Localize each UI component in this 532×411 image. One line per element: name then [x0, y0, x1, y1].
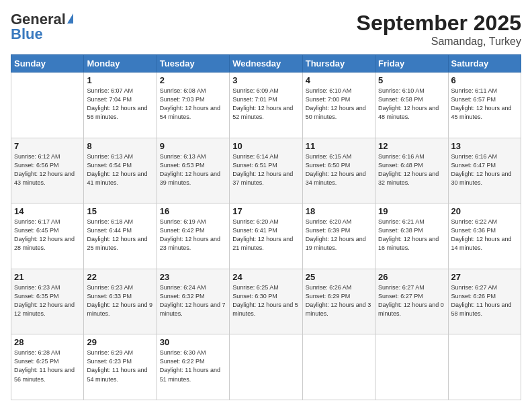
calendar-cell: [448, 334, 521, 400]
daylight-text: Daylight: 12 hours and 14 minutes.: [451, 236, 512, 251]
day-info: Sunrise: 6:27 AM Sunset: 6:27 PM Dayligh…: [378, 283, 445, 318]
calendar-cell: 7 Sunrise: 6:12 AM Sunset: 6:56 PM Dayli…: [11, 138, 84, 203]
sunrise-text: Sunrise: 6:27 AM: [378, 284, 425, 291]
sunset-text: Sunset: 6:42 PM: [160, 227, 205, 234]
day-info: Sunrise: 6:10 AM Sunset: 7:00 PM Dayligh…: [306, 87, 372, 122]
sunset-text: Sunset: 7:01 PM: [232, 96, 277, 103]
daylight-text: Daylight: 11 hours and 58 minutes.: [451, 302, 512, 317]
daylight-text: Daylight: 12 hours and 30 minutes.: [451, 171, 512, 186]
day-info: Sunrise: 6:19 AM Sunset: 6:42 PM Dayligh…: [160, 218, 226, 253]
day-number: 7: [14, 141, 81, 151]
day-number: 19: [378, 206, 445, 216]
day-info: Sunrise: 6:13 AM Sunset: 6:53 PM Dayligh…: [160, 152, 226, 187]
day-info: Sunrise: 6:12 AM Sunset: 6:56 PM Dayligh…: [14, 152, 81, 187]
sunrise-text: Sunrise: 6:13 AM: [87, 153, 133, 160]
day-number: 20: [451, 206, 518, 216]
sunset-text: Sunset: 6:27 PM: [378, 293, 423, 300]
daylight-text: Daylight: 12 hours and 48 minutes.: [378, 105, 439, 120]
sunrise-text: Sunrise: 6:24 AM: [160, 284, 206, 291]
sunrise-text: Sunrise: 6:09 AM: [232, 87, 279, 94]
day-info: Sunrise: 6:08 AM Sunset: 7:03 PM Dayligh…: [160, 87, 226, 122]
day-number: 26: [378, 272, 445, 282]
calendar-week-row: 1 Sunrise: 6:07 AM Sunset: 7:04 PM Dayli…: [11, 73, 521, 138]
calendar-cell: 24 Sunrise: 6:25 AM Sunset: 6:30 PM Dayl…: [230, 269, 302, 334]
sunrise-text: Sunrise: 6:18 AM: [87, 218, 133, 225]
day-info: Sunrise: 6:10 AM Sunset: 6:58 PM Dayligh…: [378, 87, 445, 122]
calendar-cell: 18 Sunrise: 6:20 AM Sunset: 6:39 PM Dayl…: [302, 203, 375, 269]
day-info: Sunrise: 6:26 AM Sunset: 6:29 PM Dayligh…: [306, 283, 372, 318]
day-number: 13: [451, 141, 518, 151]
sunset-text: Sunset: 6:33 PM: [87, 293, 132, 300]
sunset-text: Sunset: 6:51 PM: [232, 162, 277, 169]
day-number: 30: [160, 337, 226, 347]
daylight-text: Daylight: 12 hours and 50 minutes.: [306, 105, 366, 120]
day-info: Sunrise: 6:14 AM Sunset: 6:51 PM Dayligh…: [232, 152, 299, 187]
calendar-cell: 17 Sunrise: 6:20 AM Sunset: 6:41 PM Dayl…: [230, 203, 302, 269]
day-info: Sunrise: 6:25 AM Sunset: 6:30 PM Dayligh…: [232, 283, 299, 318]
calendar-cell: 19 Sunrise: 6:21 AM Sunset: 6:38 PM Dayl…: [375, 203, 448, 269]
calendar-cell: 14 Sunrise: 6:17 AM Sunset: 6:45 PM Dayl…: [11, 203, 84, 269]
daylight-text: Daylight: 11 hours and 54 minutes.: [87, 367, 147, 382]
calendar-page: General Blue September 2025 Samandag, Tu…: [0, 0, 532, 411]
sunset-text: Sunset: 6:25 PM: [14, 358, 59, 365]
sunset-text: Sunset: 6:35 PM: [14, 293, 59, 300]
header-friday: Friday: [375, 55, 448, 73]
daylight-text: Daylight: 12 hours and 16 minutes.: [378, 236, 439, 251]
day-number: 15: [87, 206, 153, 216]
calendar-cell: 15 Sunrise: 6:18 AM Sunset: 6:44 PM Dayl…: [84, 203, 157, 269]
day-info: Sunrise: 6:11 AM Sunset: 6:57 PM Dayligh…: [451, 87, 518, 122]
calendar-cell: [302, 334, 375, 400]
day-number: 1: [87, 75, 153, 85]
day-number: 22: [87, 272, 153, 282]
sunrise-text: Sunrise: 6:29 AM: [87, 349, 133, 356]
day-number: 4: [306, 75, 372, 85]
calendar-cell: 6 Sunrise: 6:11 AM Sunset: 6:57 PM Dayli…: [448, 73, 521, 138]
calendar-cell: 3 Sunrise: 6:09 AM Sunset: 7:01 PM Dayli…: [230, 73, 302, 138]
day-number: 12: [378, 141, 445, 151]
daylight-text: Daylight: 12 hours and 34 minutes.: [306, 171, 366, 186]
sunrise-text: Sunrise: 6:23 AM: [87, 284, 133, 291]
calendar-cell: [230, 334, 302, 400]
day-number: 21: [14, 272, 81, 282]
location-title: Samandag, Turkey: [357, 36, 521, 48]
day-number: 27: [451, 272, 518, 282]
day-number: 18: [306, 206, 372, 216]
day-info: Sunrise: 6:18 AM Sunset: 6:44 PM Dayligh…: [87, 218, 153, 253]
daylight-text: Daylight: 12 hours and 5 minutes.: [232, 302, 298, 317]
calendar-week-row: 28 Sunrise: 6:28 AM Sunset: 6:25 PM Dayl…: [11, 334, 521, 400]
calendar-cell: 12 Sunrise: 6:16 AM Sunset: 6:48 PM Dayl…: [375, 138, 448, 203]
daylight-text: Daylight: 12 hours and 39 minutes.: [160, 171, 220, 186]
daylight-text: Daylight: 12 hours and 3 minutes.: [306, 302, 371, 317]
sunrise-text: Sunrise: 6:25 AM: [232, 284, 279, 291]
sunset-text: Sunset: 6:56 PM: [14, 162, 59, 169]
logo-triangle-icon: [67, 13, 73, 24]
day-info: Sunrise: 6:15 AM Sunset: 6:50 PM Dayligh…: [306, 152, 372, 187]
sunset-text: Sunset: 6:44 PM: [87, 227, 132, 234]
day-number: 23: [160, 272, 226, 282]
sunrise-text: Sunrise: 6:22 AM: [451, 218, 498, 225]
sunrise-text: Sunrise: 6:15 AM: [306, 153, 352, 160]
daylight-text: Daylight: 12 hours and 28 minutes.: [14, 236, 75, 251]
daylight-text: Daylight: 12 hours and 37 minutes.: [232, 171, 293, 186]
page-header: General Blue September 2025 Samandag, Tu…: [11, 11, 521, 48]
calendar-cell: 21 Sunrise: 6:23 AM Sunset: 6:35 PM Dayl…: [11, 269, 84, 334]
day-info: Sunrise: 6:29 AM Sunset: 6:23 PM Dayligh…: [87, 349, 153, 383]
calendar-cell: [375, 334, 448, 400]
sunrise-text: Sunrise: 6:10 AM: [306, 87, 352, 94]
calendar-cell: 26 Sunrise: 6:27 AM Sunset: 6:27 PM Dayl…: [375, 269, 448, 334]
calendar-cell: 25 Sunrise: 6:26 AM Sunset: 6:29 PM Dayl…: [302, 269, 375, 334]
daylight-text: Daylight: 12 hours and 41 minutes.: [87, 171, 147, 186]
day-info: Sunrise: 6:09 AM Sunset: 7:01 PM Dayligh…: [232, 87, 299, 122]
day-info: Sunrise: 6:16 AM Sunset: 6:47 PM Dayligh…: [451, 152, 518, 187]
sunset-text: Sunset: 6:50 PM: [306, 162, 351, 169]
logo: General Blue: [11, 11, 73, 43]
header-monday: Monday: [84, 55, 157, 73]
calendar-cell: 8 Sunrise: 6:13 AM Sunset: 6:54 PM Dayli…: [84, 138, 157, 203]
day-number: 3: [232, 75, 299, 85]
sunrise-text: Sunrise: 6:30 AM: [160, 349, 206, 356]
sunrise-text: Sunrise: 6:28 AM: [14, 349, 60, 356]
sunset-text: Sunset: 6:29 PM: [306, 293, 351, 300]
sunset-text: Sunset: 6:41 PM: [232, 227, 277, 234]
header-thursday: Thursday: [302, 55, 375, 73]
day-info: Sunrise: 6:30 AM Sunset: 6:22 PM Dayligh…: [160, 349, 226, 383]
